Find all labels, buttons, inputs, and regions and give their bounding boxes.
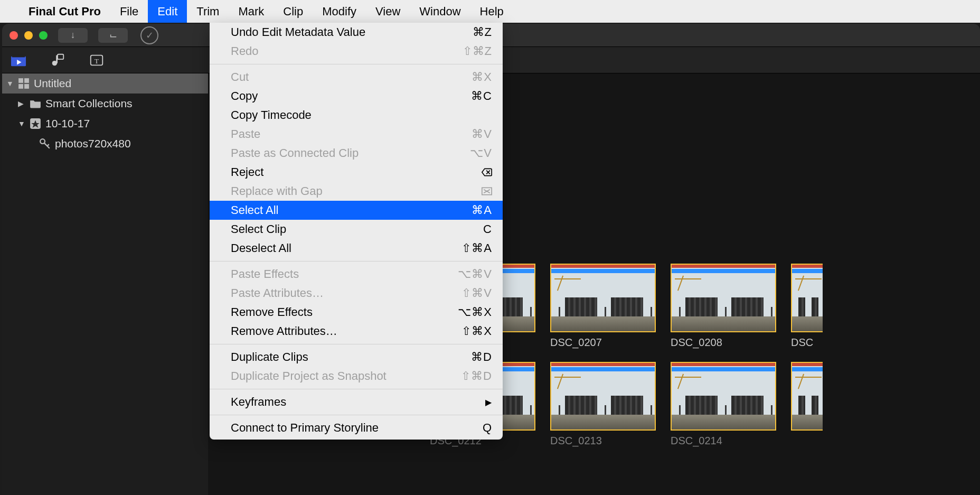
photos-audio-icon[interactable] bbox=[49, 52, 67, 68]
clip-thumbnail[interactable]: DSC_0207 bbox=[550, 264, 656, 349]
clip-caption: DSC_0214 bbox=[671, 435, 776, 447]
keyword-editor-button[interactable]: ⌙ bbox=[98, 28, 128, 43]
menu-item-label: Select Clip bbox=[231, 222, 286, 236]
menu-item-label: Remove Attributes… bbox=[231, 324, 337, 338]
background-tasks-button[interactable]: ✓ bbox=[140, 26, 158, 44]
scene-ground bbox=[792, 415, 823, 429]
window-controls bbox=[10, 31, 48, 40]
menu-item-shortcut: ⌘X bbox=[472, 70, 492, 84]
menu-separator bbox=[210, 415, 503, 415]
disclosure-triangle-icon[interactable]: ▼ bbox=[6, 79, 14, 88]
marker-stripe-red bbox=[551, 363, 655, 366]
minimize-window-button[interactable] bbox=[24, 31, 33, 40]
marker-stripe-blue bbox=[672, 269, 775, 273]
svg-rect-11 bbox=[24, 84, 29, 89]
disclosure-triangle-icon[interactable]: ▼ bbox=[18, 119, 25, 128]
marker-stripe-blue bbox=[551, 367, 655, 371]
app-name[interactable]: Final Cut Pro bbox=[19, 5, 110, 18]
scene-ground bbox=[672, 316, 775, 331]
scene-crane bbox=[795, 275, 823, 291]
menu-item-connect-to-primary-storyline[interactable]: Connect to Primary StorylineQ bbox=[210, 418, 503, 437]
sidebar-library-label: Untitled bbox=[34, 77, 71, 90]
marker-stripe-blue bbox=[672, 367, 775, 371]
menu-item-remove-attributes[interactable]: Remove Attributes…⇧⌘X bbox=[210, 322, 503, 341]
menu-item-select-all[interactable]: Select All⌘A bbox=[210, 201, 503, 220]
menu-item-copy-timecode[interactable]: Copy Timecode bbox=[210, 106, 503, 125]
menu-file[interactable]: File bbox=[110, 0, 148, 23]
menu-separator bbox=[210, 261, 503, 261]
menu-trim[interactable]: Trim bbox=[187, 0, 229, 23]
menu-window[interactable]: Window bbox=[410, 0, 470, 23]
delete-left-icon bbox=[482, 167, 492, 178]
scene-crane bbox=[675, 275, 706, 291]
marker-stripe-red bbox=[551, 265, 655, 268]
menu-item-label: Remove Effects bbox=[231, 305, 313, 319]
clip-thumbnail[interactable] bbox=[791, 362, 823, 447]
menu-item-label: Deselect All bbox=[231, 241, 291, 255]
clip-thumbnail[interactable]: DSC_0214 bbox=[671, 362, 776, 447]
menu-item-duplicate-project-as-snapshot: Duplicate Project as Snapshot⇧⌘D bbox=[210, 367, 503, 386]
menu-item-shortcut: ▶ bbox=[485, 397, 492, 407]
menu-item-shortcut: ⇧⌘D bbox=[461, 369, 492, 383]
sidebar-smart-collections[interactable]: ▶ Smart Collections bbox=[2, 94, 208, 114]
scene-crane bbox=[554, 373, 586, 389]
menu-item-select-clip[interactable]: Select ClipC bbox=[210, 220, 503, 239]
menu-item-undo-edit-metadata-value[interactable]: Undo Edit Metadata Value⌘Z bbox=[210, 23, 503, 42]
menu-item-paste: Paste⌘V bbox=[210, 125, 503, 144]
menu-item-shortcut: C bbox=[483, 222, 492, 236]
svg-rect-8 bbox=[18, 78, 23, 83]
import-button[interactable]: ↓ bbox=[58, 28, 88, 43]
disclosure-triangle-icon[interactable]: ▶ bbox=[18, 99, 25, 108]
scene-ground bbox=[792, 316, 823, 331]
clip-thumbnail-image bbox=[791, 362, 823, 431]
svg-point-14 bbox=[40, 139, 45, 144]
menu-item-keyframes[interactable]: Keyframes▶ bbox=[210, 393, 503, 412]
menu-item-label: Paste Effects bbox=[231, 267, 299, 281]
clip-thumbnail-image bbox=[550, 264, 656, 332]
menu-item-deselect-all[interactable]: Deselect All⇧⌘A bbox=[210, 239, 503, 258]
menu-item-redo: Redo⇧⌘Z bbox=[210, 42, 503, 61]
menu-item-label: Paste bbox=[231, 127, 260, 141]
menu-help[interactable]: Help bbox=[470, 0, 513, 23]
menu-item-shortcut: ⇧⌘V bbox=[461, 286, 492, 300]
sidebar-keyword-collection[interactable]: photos720x480 bbox=[2, 134, 208, 154]
menu-edit[interactable]: Edit bbox=[148, 0, 187, 23]
menu-item-shortcut: ⌥V bbox=[470, 146, 492, 160]
menu-view[interactable]: View bbox=[366, 0, 410, 23]
menu-item-label: Connect to Primary Storyline bbox=[231, 421, 379, 435]
library-sidebar: ▼ Untitled ▶ Smart Collections ▼ 10-10-1… bbox=[2, 73, 208, 495]
library-icon bbox=[18, 78, 30, 89]
menu-item-shortcut: ⌥⌘V bbox=[458, 267, 492, 281]
menu-item-reject[interactable]: Reject bbox=[210, 163, 503, 182]
menu-item-copy[interactable]: Copy⌘C bbox=[210, 87, 503, 106]
event-star-icon bbox=[30, 118, 41, 129]
library-media-icon[interactable] bbox=[10, 52, 27, 68]
keyword-key-icon bbox=[39, 138, 51, 150]
menu-item-shortcut: Q bbox=[483, 421, 492, 435]
clip-caption: DSC_0207 bbox=[550, 337, 656, 349]
menu-modify[interactable]: Modify bbox=[313, 0, 366, 23]
clip-thumbnail[interactable]: DSC bbox=[791, 264, 823, 349]
menu-item-cut: Cut⌘X bbox=[210, 68, 503, 87]
svg-rect-5 bbox=[58, 54, 63, 59]
menu-item-shortcut: ⌘C bbox=[471, 89, 492, 103]
edit-menu-dropdown: Undo Edit Metadata Value⌘ZRedo⇧⌘ZCut⌘XCo… bbox=[210, 23, 503, 440]
sidebar-library[interactable]: ▼ Untitled bbox=[2, 73, 208, 94]
zoom-window-button[interactable] bbox=[39, 31, 48, 40]
clip-thumbnail-image bbox=[671, 264, 776, 332]
svg-rect-1 bbox=[12, 54, 25, 57]
menu-item-remove-effects[interactable]: Remove Effects⌥⌘X bbox=[210, 303, 503, 322]
menu-item-label: Keyframes bbox=[231, 395, 286, 409]
close-window-button[interactable] bbox=[10, 31, 18, 40]
menu-clip[interactable]: Clip bbox=[274, 0, 313, 23]
menu-item-paste-attributes: Paste Attributes…⇧⌘V bbox=[210, 284, 503, 303]
sidebar-event[interactable]: ▼ 10-10-17 bbox=[2, 114, 208, 134]
menu-mark[interactable]: Mark bbox=[229, 0, 274, 23]
clip-thumbnail[interactable]: DSC_0208 bbox=[671, 264, 776, 349]
clip-thumbnail[interactable]: DSC_0213 bbox=[550, 362, 656, 447]
chevron-right-icon: ▶ bbox=[485, 397, 492, 407]
menu-item-duplicate-clips[interactable]: Duplicate Clips⌘D bbox=[210, 348, 503, 367]
marker-stripe-blue bbox=[551, 269, 655, 273]
titles-generators-icon[interactable]: T bbox=[88, 52, 106, 68]
checkmark-icon: ✓ bbox=[146, 30, 154, 41]
